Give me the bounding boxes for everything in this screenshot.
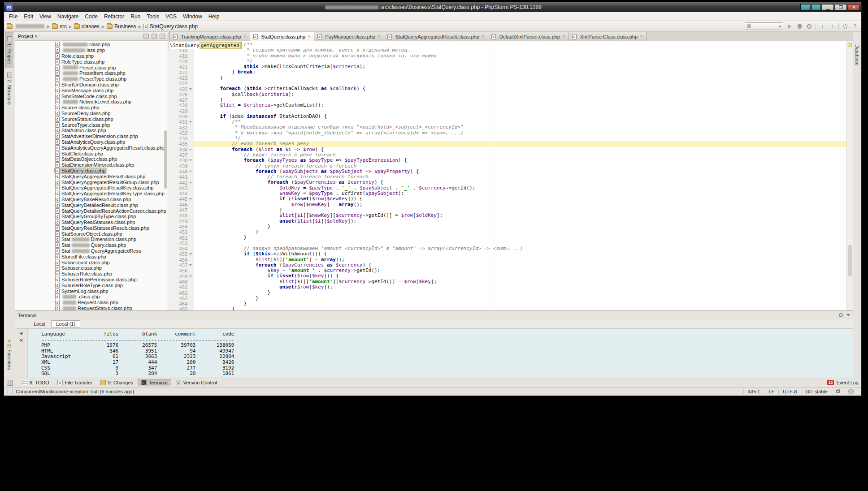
- terminal-settings-icon[interactable]: [839, 313, 843, 317]
- menu-code[interactable]: Code: [82, 13, 101, 21]
- help-icon[interactable]: ?: [851, 23, 859, 30]
- tree-file-row[interactable]: cSubuser.class.php: [15, 265, 168, 271]
- maximize-button[interactable]: ❐: [835, 4, 847, 11]
- tree-file-row[interactable]: cRoleType.class.php: [15, 59, 168, 65]
- fold-arrow-icon[interactable]: [189, 182, 192, 184]
- fold-marker[interactable]: [188, 171, 194, 172]
- tree-file-row[interactable]: cSourceStatus.class.php: [15, 116, 168, 122]
- readonly-lock-icon[interactable]: [832, 390, 844, 393]
- tree-file-row[interactable]: cStatQueryBaseResult.class.php: [15, 197, 168, 202]
- tree-file-row[interactable]: cStatQueryDetailedResultActionCursor.cla…: [15, 208, 168, 214]
- editor-tab[interactable]: cStatQuery.class.php×: [250, 32, 314, 41]
- terminal-output[interactable]: Language files blank comment code ------…: [28, 329, 853, 378]
- tree-file-row[interactable]: cSource.class.php: [15, 105, 168, 111]
- menu-navigate[interactable]: Navigate: [54, 13, 82, 21]
- fold-marker[interactable]: [188, 264, 194, 266]
- close-tab-icon[interactable]: ×: [378, 34, 381, 39]
- fold-marker[interactable]: [188, 276, 194, 277]
- fold-arrow-icon[interactable]: [189, 264, 192, 266]
- tree-file-row[interactable]: cclass.php: [15, 42, 168, 47]
- tree-file-row[interactable]: cStatQueryRealStatusesResult.class.php: [15, 225, 168, 231]
- fold-marker[interactable]: [188, 198, 194, 200]
- tree-file-row[interactable]: cStatDimensionMirrored.class.php: [15, 162, 168, 168]
- tree-file-row[interactable]: cSubuserRole.class.php: [15, 271, 168, 277]
- close-tab-icon[interactable]: ×: [563, 34, 565, 39]
- run-icon[interactable]: [786, 23, 793, 30]
- toolwindow-tab-structure[interactable]: 7: Structure: [5, 68, 13, 109]
- editor-gutter[interactable]: 4174184194204214224234244254264274284294…: [168, 41, 194, 310]
- tree-file-row[interactable]: cRequestStatus.class.php: [15, 306, 168, 310]
- fold-arrow-icon[interactable]: [189, 276, 192, 277]
- toolwindow-button-vcs[interactable]: vVersion Control: [172, 379, 221, 386]
- editor-scrollbar[interactable]: [846, 41, 853, 310]
- fold-arrow-icon[interactable]: [189, 149, 192, 151]
- tree-file-row[interactable]: cSourceType.class.php: [15, 122, 168, 128]
- tree-file-row[interactable]: cSubuserRoleType.class.php: [15, 282, 168, 288]
- toolwindow-quick-access-icon[interactable]: [7, 380, 13, 386]
- tree-file-row[interactable]: cStatQueryGroupByType.class.php: [15, 214, 168, 220]
- tree-file-row[interactable]: cPreset.class.php: [15, 65, 168, 70]
- tree-file-row[interactable]: cStatDimension.class.php: [15, 237, 168, 242]
- menu-refactor[interactable]: Refactor: [101, 13, 127, 21]
- toolwindow-tab-database[interactable]: Database: [853, 40, 861, 70]
- tree-file-row[interactable]: c.class.php: [15, 294, 168, 300]
- menu-help[interactable]: Help: [205, 13, 223, 21]
- tree-file-row[interactable]: cStatQueryAggregatedResultGroup.class.ph…: [15, 179, 168, 185]
- tree-file-row[interactable]: cStatQueryAggregatedResult.class.php: [15, 173, 168, 179]
- fold-marker[interactable]: [188, 159, 194, 161]
- fold-arrow-icon[interactable]: [189, 159, 192, 161]
- tree-file-row[interactable]: cSmsMessage.class.php: [15, 87, 168, 93]
- fold-marker[interactable]: [188, 149, 194, 151]
- tree-file-row[interactable]: cStatAnalyticsQuery.class.php: [15, 139, 168, 145]
- breadcrumb-item[interactable]: classes: [73, 23, 100, 30]
- editor[interactable]: \StatQuery getAggregated 417418419420421…: [168, 41, 853, 310]
- tree-file-row[interactable]: cStatQueryRealStatuses.class.php: [15, 220, 168, 225]
- toolwindow-button-changes[interactable]: 9: Changes: [97, 379, 137, 386]
- toolwindow-button-transfer[interactable]: ⇅File Transfer: [54, 379, 96, 386]
- close-session-icon[interactable]: ×: [20, 338, 23, 343]
- tree-file-row[interactable]: cSourceDeny.class.php: [15, 111, 168, 116]
- settings-icon[interactable]: [842, 23, 849, 30]
- tree-file-row[interactable]: cStatClick.class.php: [15, 151, 168, 156]
- editor-tab[interactable]: cXmlParserClass.class.php×: [569, 32, 647, 41]
- tree-file-row[interactable]: cStatQueryAggregatedResultKey.class.php: [15, 185, 168, 191]
- vcs-branch[interactable]: Git: stable: [801, 389, 832, 394]
- breadcrumb-item[interactable]: Business: [106, 23, 137, 30]
- close-tab-icon[interactable]: ×: [244, 34, 247, 39]
- project-panel-header[interactable]: Project ▾: [15, 32, 168, 41]
- run-configuration-dropdown[interactable]: ▾: [745, 22, 783, 30]
- fold-arrow-icon[interactable]: [189, 171, 192, 172]
- terminal-header[interactable]: Terminal: [15, 311, 853, 319]
- tree-file-row[interactable]: cStatQueryAggregatedResu: [15, 248, 168, 254]
- warning-stripe-mark[interactable]: [848, 43, 852, 47]
- breadcrumb-item[interactable]: src: [51, 23, 68, 30]
- tree-file-row[interactable]: cSystemLog.class.php: [15, 288, 168, 294]
- close-tab-icon[interactable]: ×: [482, 34, 485, 39]
- hide-terminal-icon[interactable]: [846, 314, 850, 316]
- caret-position[interactable]: 435:1: [743, 389, 764, 394]
- editor-tab[interactable]: cDefaultXmlParser.class.php×: [488, 32, 569, 41]
- event-log-button[interactable]: 12 Event Log: [827, 380, 859, 385]
- minimize-button[interactable]: ▁: [822, 4, 834, 11]
- terminal-tab[interactable]: Local: [29, 320, 50, 327]
- status-message[interactable]: ConcurrentModificationException: null (6…: [16, 389, 134, 394]
- menu-view[interactable]: View: [36, 13, 54, 21]
- tree-file-row[interactable]: cRequest.class.php: [15, 300, 168, 306]
- tree-file-row[interactable]: cStatQueryAggregatedResultKeyType.class.…: [15, 191, 168, 197]
- editor-tab[interactable]: cStatQueryAggregatedResult.class.php×: [384, 32, 488, 41]
- project-file-tree[interactable]: cclass.phpclass.phpcRole.class.phpcRoleT…: [15, 41, 168, 310]
- toolwindow-button-todo[interactable]: 6: TODO: [18, 379, 53, 386]
- hector-icon[interactable]: [844, 389, 858, 394]
- menu-edit[interactable]: Edit: [21, 13, 36, 21]
- tree-file-row[interactable]: cSubaccount.class.php: [15, 259, 168, 265]
- fold-arrow-icon[interactable]: [189, 121, 192, 123]
- fold-marker[interactable]: [188, 88, 194, 90]
- coverage-icon[interactable]: [806, 23, 813, 30]
- tree-file-row[interactable]: cStatAdvertiserDimension.class.php: [15, 134, 168, 139]
- editor-tab[interactable]: cTrackingManager.class.php×: [169, 32, 250, 41]
- menu-run[interactable]: Run: [127, 13, 143, 21]
- tree-file-row[interactable]: cRole.class.php: [15, 53, 168, 59]
- file-encoding[interactable]: UTF-8: [778, 389, 801, 394]
- tree-file-row[interactable]: cStatAnalyticsQueryAggregatedResult.clas…: [15, 145, 168, 151]
- tree-file-row[interactable]: cStoredFile.class.php: [15, 254, 168, 259]
